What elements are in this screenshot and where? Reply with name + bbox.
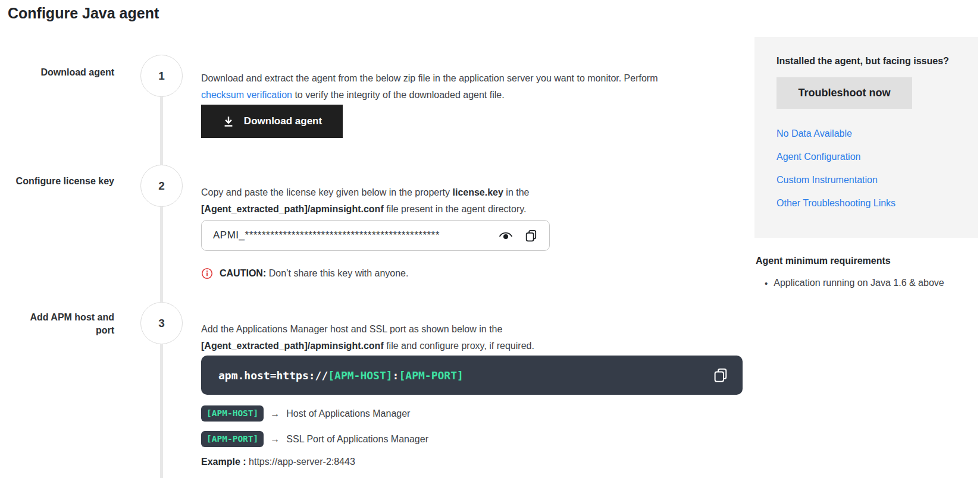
sidebar-link-other-troubleshooting[interactable]: Other Troubleshooting Links	[777, 198, 962, 209]
troubleshoot-links: No Data Available Agent Configuration Cu…	[777, 128, 962, 209]
example-value: https://app-server-2:8443	[249, 457, 355, 467]
copy-code-icon	[712, 366, 729, 384]
step-label-download-agent: Download agent	[14, 66, 114, 79]
step-connector-line	[160, 76, 163, 478]
troubleshoot-heading: Installed the agent, but facing issues?	[777, 55, 962, 67]
apm-port-token-badge: [APM-PORT]	[201, 431, 264, 447]
step-2-text-2: in the	[506, 187, 529, 197]
requirements-heading: Agent minimum requirements	[756, 256, 975, 266]
apm-port-token: [APM-PORT]	[399, 369, 463, 382]
caution-text: Don’t share this key with anyone.	[269, 268, 409, 278]
apm-host-token: [APM-HOST]	[328, 369, 392, 382]
caution-note: CAUTION: Don’t share this key with anyon…	[201, 268, 408, 279]
code-separator: :	[393, 369, 399, 382]
apm-host-legend-row: [APM-HOST] → Host of Applications Manage…	[201, 405, 410, 422]
step-2-description: Copy and paste the license key given bel…	[201, 184, 565, 218]
license-key-value: APMI_***********************************…	[213, 229, 488, 241]
eye-icon	[498, 228, 514, 243]
page-title: Configure Java agent	[8, 5, 159, 22]
sidebar-link-agent-configuration[interactable]: Agent Configuration	[777, 152, 962, 162]
step-3-text-2: file and configure proxy, if required.	[386, 341, 534, 351]
copy-license-key-button[interactable]	[524, 228, 538, 243]
apm-host-token-badge: [APM-HOST]	[201, 405, 264, 422]
requirement-item: • Application running on Java 1.6 & abov…	[756, 278, 975, 290]
step-2-number: 2	[158, 180, 165, 193]
example-line: Example : https://app-server-2:8443	[201, 457, 355, 467]
apm-host-code-snippet: apm.host=https://[APM-HOST]:[APM-PORT]	[218, 369, 712, 382]
step-3-number: 3	[158, 317, 165, 330]
checksum-verification-link[interactable]: checksum verification	[201, 90, 292, 100]
caution-info-icon	[201, 268, 213, 279]
requirements-section: Agent minimum requirements • Application…	[756, 256, 975, 290]
license-key-field[interactable]: APMI_***********************************…	[201, 220, 550, 251]
apm-host-legend-text: Host of Applications Manager	[286, 408, 410, 419]
caution-label: CAUTION:	[220, 268, 266, 278]
troubleshoot-now-button[interactable]: Troubleshoot now	[777, 77, 912, 109]
step-1-text-before-link: Download and extract the agent from the …	[201, 73, 658, 83]
right-arrow-icon: →	[270, 408, 280, 419]
apm-port-legend-text: SSL Port of Applications Manager	[286, 434, 428, 445]
step-label-add-apm-host-port: Add APM host and port	[14, 311, 114, 337]
apm-port-legend-row: [APM-PORT] → SSL Port of Applications Ma…	[201, 431, 428, 447]
requirement-text: Application running on Java 1.6 & above	[774, 278, 944, 290]
example-label: Example :	[201, 457, 246, 467]
troubleshoot-panel: Installed the agent, but facing issues? …	[754, 37, 978, 238]
step-1-description: Download and extract the agent from the …	[201, 70, 702, 103]
step-2-indicator: 2	[140, 165, 183, 207]
show-license-key-button[interactable]	[498, 228, 514, 243]
step-3-description: Add the Applications Manager host and SS…	[201, 321, 575, 354]
right-arrow-icon: →	[270, 434, 280, 445]
apm-host-code-block: apm.host=https://[APM-HOST]:[APM-PORT]	[201, 356, 743, 395]
download-agent-button[interactable]: Download agent	[201, 105, 343, 138]
step-label-configure-license-key: Configure license key	[14, 175, 114, 188]
bullet-icon: •	[765, 278, 768, 290]
code-prefix: apm.host=https://	[218, 369, 328, 382]
step-3-indicator: 3	[140, 302, 183, 344]
caution-message: CAUTION: Don’t share this key with anyon…	[220, 268, 408, 279]
step-1-indicator: 1	[140, 55, 183, 97]
sidebar-link-no-data-available[interactable]: No Data Available	[777, 128, 962, 139]
license-key-property: license.key	[452, 187, 503, 197]
step-2-text-1: Copy and paste the license key given bel…	[201, 187, 450, 197]
download-icon	[222, 115, 235, 128]
copy-icon	[524, 228, 538, 243]
conf-file-path: [Agent_extracted_path]/apminsight.conf	[201, 204, 384, 214]
sidebar-link-custom-instrumentation[interactable]: Custom Instrumentation	[777, 175, 962, 185]
step-1-text-after-link: to verify the integrity of the downloade…	[295, 90, 504, 100]
configure-java-agent-page: Configure Java agent 1 2 3 Download agen…	[0, 0, 980, 478]
download-agent-button-label: Download agent	[244, 115, 322, 127]
conf-file-path-2: [Agent_extracted_path]/apminsight.conf	[201, 341, 384, 351]
step-2-text-3: file present in the agent directory.	[386, 204, 526, 214]
step-3-text-1: Add the Applications Manager host and SS…	[201, 324, 502, 334]
copy-code-button[interactable]	[712, 366, 729, 384]
step-1-number: 1	[158, 70, 165, 83]
